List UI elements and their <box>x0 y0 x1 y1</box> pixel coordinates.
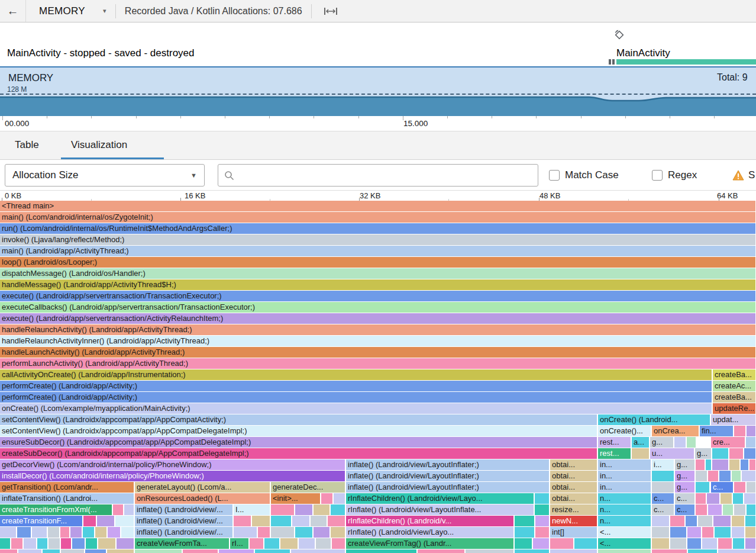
flame-segment[interactable]: c... <box>675 504 695 515</box>
flame-segment[interactable]: performCreate() (Landroid/app/Activity;) <box>0 381 712 391</box>
flame-fragment[interactable] <box>17 527 31 538</box>
flame-fragment[interactable] <box>466 549 514 553</box>
flame-segment[interactable]: onCreate()... <box>598 426 651 436</box>
flame-fragment[interactable] <box>747 504 756 515</box>
flame-fragment[interactable] <box>255 549 290 553</box>
flame-fragment[interactable] <box>574 538 597 549</box>
flame-fragment[interactable] <box>135 549 182 553</box>
flame-fragment[interactable] <box>535 504 550 515</box>
flame-segment[interactable]: createTransitionFromXml(... <box>0 504 112 515</box>
flame-fragment[interactable] <box>314 504 330 515</box>
flame-fragment[interactable] <box>108 527 121 538</box>
flame-fragment[interactable] <box>686 516 697 526</box>
flame-fragment[interactable] <box>652 471 674 481</box>
flame-fragment[interactable] <box>652 482 674 493</box>
flame-fragment[interactable] <box>744 493 756 504</box>
flame-fragment[interactable] <box>264 538 280 549</box>
flame-fragment[interactable] <box>535 493 550 504</box>
flame-fragment[interactable] <box>670 538 687 549</box>
flame-fragment[interactable] <box>311 516 327 526</box>
flame-fragment[interactable] <box>43 549 60 553</box>
flame-fragment[interactable] <box>698 516 713 526</box>
flame-segment[interactable]: getTransition() (Lcom/andr... <box>0 482 134 493</box>
flame-fragment[interactable] <box>271 516 292 526</box>
flame-segment[interactable]: g... <box>675 459 695 470</box>
flame-segment[interactable]: obtai... <box>550 471 597 481</box>
flame-segment[interactable]: u... <box>650 448 694 459</box>
flame-fragment[interactable] <box>687 538 702 549</box>
flame-fragment[interactable] <box>271 527 295 538</box>
flame-segment[interactable]: performLaunchActivity() (Landroid/app/Ac… <box>0 358 756 369</box>
flame-fragment[interactable] <box>515 527 535 538</box>
flame-segment[interactable]: inflate() (Landroid/view/... <box>135 516 233 526</box>
flame-segment[interactable]: handleLaunchActivity() (Landroid/app/Act… <box>0 347 756 358</box>
flame-segment[interactable]: createTransitionF... <box>0 516 83 526</box>
flame-segment[interactable]: g... <box>650 437 674 448</box>
flame-fragment[interactable] <box>331 527 345 538</box>
flame-fragment[interactable] <box>746 437 756 448</box>
flame-segment[interactable]: run() (Lcom/android/internal/os/RuntimeI… <box>0 223 756 234</box>
flame-fragment[interactable] <box>117 538 134 549</box>
flame-fragment[interactable] <box>702 538 718 549</box>
flame-fragment[interactable] <box>515 549 550 553</box>
flame-segment[interactable]: createViewFromTag() (Landr... <box>346 538 514 549</box>
regex-checkbox[interactable] <box>652 170 663 181</box>
flame-fragment[interactable] <box>314 527 330 538</box>
flame-segment[interactable]: handleRelaunchActivityInner() (Landroid/… <box>0 336 756 346</box>
flame-fragment[interactable] <box>61 549 85 553</box>
flame-fragment[interactable] <box>734 504 746 515</box>
flame-fragment[interactable] <box>598 549 651 553</box>
search-input[interactable] <box>239 169 532 181</box>
flame-segment[interactable]: loop() (Landroid/os/Looper;) <box>0 257 756 268</box>
flame-fragment[interactable] <box>533 538 550 549</box>
flame-fragment[interactable] <box>652 516 670 526</box>
flame-fragment[interactable] <box>729 459 740 470</box>
flame-fragment[interactable] <box>280 538 298 549</box>
flame-segment[interactable]: generateDec... <box>271 482 345 493</box>
flame-fragment[interactable] <box>687 437 696 448</box>
flame-segment[interactable]: obtai... <box>550 493 597 504</box>
flame-fragment[interactable] <box>696 493 706 504</box>
flame-fragment[interactable] <box>702 527 714 538</box>
flame-fragment[interactable] <box>234 527 257 538</box>
tab-table[interactable]: Table <box>15 139 39 151</box>
flame-fragment[interactable] <box>729 448 744 459</box>
flame-segment[interactable]: handleRelaunchActivity() (Landroid/app/A… <box>0 324 756 335</box>
flame-segment[interactable]: inflateTransition() (Landroi... <box>0 493 134 504</box>
flame-segment[interactable]: onCreate() (Lcom/example/myapplication/M… <box>0 403 712 414</box>
flame-segment[interactable]: resize... <box>550 504 597 515</box>
flame-segment[interactable]: g... <box>675 482 695 493</box>
flame-segment[interactable]: inflate() (Landroid/view/LayoutInflater;… <box>346 482 550 493</box>
flame-segment[interactable]: cre... <box>711 437 745 448</box>
flame-segment[interactable]: createBa... <box>713 392 756 403</box>
flame-fragment[interactable] <box>98 538 116 549</box>
flame-fragment[interactable] <box>719 471 731 481</box>
flame-fragment[interactable] <box>707 493 720 504</box>
flame-fragment[interactable] <box>83 516 96 526</box>
flame-fragment[interactable] <box>632 448 650 459</box>
flame-fragment[interactable] <box>749 459 756 470</box>
flame-fragment[interactable] <box>550 549 597 553</box>
flame-segment[interactable]: inflate() (Landroid/view/LayoutInflater;… <box>346 459 550 470</box>
flame-fragment[interactable] <box>97 516 115 526</box>
flame-fragment[interactable] <box>712 448 729 459</box>
flame-segment[interactable]: onResourcesLoaded() (L... <box>135 493 270 504</box>
flame-fragment[interactable] <box>299 538 315 549</box>
flame-segment[interactable]: invoke() (Ljava/lang/reflect/Method;) <box>0 234 756 245</box>
flame-segment[interactable]: in... <box>598 482 651 493</box>
flame-fragment[interactable] <box>32 527 47 538</box>
flame-segment[interactable]: createAc... <box>713 381 756 391</box>
flame-fragment[interactable] <box>95 527 107 538</box>
flame-fragment[interactable] <box>0 527 17 538</box>
flame-fragment[interactable] <box>745 527 756 538</box>
flame-segment[interactable]: createBa... <box>713 369 756 380</box>
flame-fragment[interactable] <box>83 527 95 538</box>
flame-fragment[interactable] <box>550 538 574 549</box>
flame-fragment[interactable] <box>715 527 731 538</box>
flame-segment[interactable]: main() (Lcom/android/internal/os/ZygoteI… <box>0 212 756 223</box>
timeline-axis[interactable]: 00.00015.000 <box>0 116 756 131</box>
flame-fragment[interactable] <box>292 516 310 526</box>
flame-fragment[interactable] <box>744 448 756 459</box>
flame-segment[interactable]: performCreate() (Landroid/app/Activity;) <box>0 392 712 403</box>
flame-segment[interactable]: newN... <box>550 516 597 526</box>
